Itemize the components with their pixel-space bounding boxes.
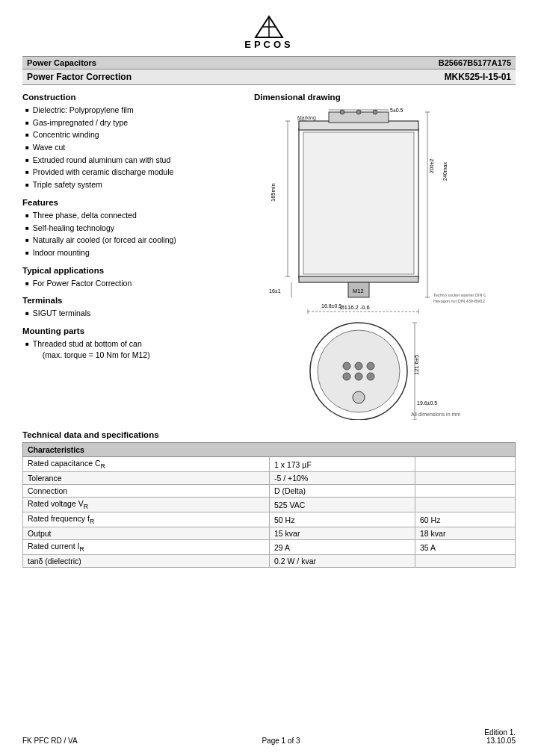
typical-applications-heading: Typical applications: [22, 266, 247, 275]
part-number: B25667B5177A175: [439, 58, 511, 67]
list-item: For Power Factor Correction: [25, 278, 247, 289]
svg-text:200±2: 200±2: [429, 158, 434, 173]
epcos-logo: EPCOS: [244, 15, 294, 50]
features-heading: Features: [22, 198, 247, 207]
svg-point-36: [355, 362, 362, 370]
svg-rect-12: [299, 276, 418, 282]
main-content: Construction Dielectric: Polypropylene f…: [22, 93, 516, 421]
table-row: Rated current IR 29 A 35 A: [23, 540, 516, 555]
epcos-brand-text: EPCOS: [244, 39, 294, 50]
list-item: Wave cut: [25, 142, 247, 153]
list-item: Threaded stud at bottom of can(max. torq…: [25, 338, 247, 360]
svg-point-38: [343, 373, 350, 380]
dim-note: All dimensions in mm: [411, 412, 460, 417]
row-label: Rated capacitance CR: [23, 457, 270, 472]
technical-data-table: Characteristics Rated capacitance CR 1 x…: [22, 442, 516, 568]
table-row: Tolerance -5 / +10%: [23, 472, 516, 485]
svg-text:5±0.5: 5±0.5: [390, 108, 404, 113]
row-col2: 60 Hz: [415, 512, 515, 527]
svg-text:240max: 240max: [442, 162, 448, 181]
epcos-triangle-icon: [254, 15, 284, 39]
table-row: Rated voltage VR 525 VAC: [23, 498, 516, 512]
footer-right: Edition 1. 13.10.05: [484, 728, 516, 745]
svg-text:Ø116.2 -0.6: Ø116.2 -0.6: [340, 304, 370, 311]
features-list: Three phase, delta connected Self-healin…: [22, 210, 247, 258]
list-item: SIGUT terminals: [25, 308, 247, 319]
dimensional-drawing-heading: Dimensional drawing: [254, 93, 516, 102]
list-item: Dielectric: Polypropylene film: [25, 105, 247, 116]
svg-text:165min: 165min: [270, 183, 276, 202]
left-column: Construction Dielectric: Polypropylene f…: [22, 93, 247, 421]
footer-date: 13.10.05: [484, 737, 516, 745]
list-item: Self-healing technology: [25, 223, 247, 234]
svg-point-37: [367, 362, 374, 370]
list-item: Concentric winding: [25, 129, 247, 140]
svg-rect-4: [303, 132, 414, 274]
title-bar-product: Power Factor Correction MKK525-I-15-01: [22, 69, 516, 85]
list-item: Triple safety system: [25, 179, 247, 190]
row-label: Output: [23, 527, 270, 540]
svg-text:19.6±0.5: 19.6±0.5: [417, 400, 437, 406]
footer-edition: Edition 1.: [484, 728, 516, 737]
list-item: Provided with ceramic discharge module: [25, 167, 247, 178]
svg-point-35: [343, 362, 350, 370]
svg-text:16±1: 16±1: [269, 288, 281, 294]
svg-point-8: [356, 110, 361, 114]
terminals-heading: Terminals: [22, 296, 247, 305]
title-bar-category: Power Capacitors B25667B5177A175: [22, 56, 516, 69]
row-col1: 525 VAC: [270, 498, 415, 512]
model-number: MKK525-I-15-01: [445, 72, 511, 82]
row-col2: 35 A: [415, 540, 515, 555]
svg-point-41: [353, 391, 365, 403]
table-row: Rated capacitance CR 1 x 173 µF: [23, 457, 516, 472]
row-col2: [415, 498, 515, 512]
footer: FK PFC RD / VA Page 1 of 3 Edition 1. 13…: [22, 728, 516, 745]
row-col2: [415, 472, 515, 485]
footer-left: FK PFC RD / VA: [22, 737, 78, 745]
row-col1: 1 x 173 µF: [270, 457, 415, 472]
row-col1: 15 kvar: [270, 527, 415, 540]
technical-data-heading: Technical data and specifications: [22, 430, 516, 439]
row-col1: -5 / +10%: [270, 472, 415, 485]
row-col2: [415, 485, 515, 498]
mounting-parts-list: Threaded stud at bottom of can(max. torq…: [22, 338, 247, 360]
row-col2: [415, 555, 515, 568]
row-label: Rated frequency fR: [23, 512, 270, 527]
category-label: Power Capacitors: [27, 58, 96, 67]
row-col1: 0.2 W / kvar: [270, 555, 415, 568]
typical-applications-list: For Power Factor Correction: [22, 278, 247, 289]
row-label: Tolerance: [23, 472, 270, 485]
list-item: Three phase, delta connected: [25, 210, 247, 221]
list-item: Extruded round aluminum can with stud: [25, 155, 247, 166]
mounting-parts-heading: Mounting parts: [22, 326, 247, 335]
footer-page: Page 1 of 3: [78, 737, 485, 745]
list-item: Indoor mounting: [25, 247, 247, 258]
row-col1: D (Delta): [270, 485, 415, 498]
svg-text:16.8±0.5: 16.8±0.5: [321, 303, 341, 309]
table-row: Output 15 kvar 18 kvar: [23, 527, 516, 540]
row-col1: 29 A: [270, 540, 415, 555]
technical-data-section: Technical data and specifications Charac…: [22, 430, 516, 568]
svg-text:M12: M12: [353, 288, 364, 294]
row-col2: [415, 457, 515, 472]
table-row: tanδ (dielectric) 0.2 W / kvar: [23, 555, 516, 568]
dimensional-drawing-svg: Marking M12 165min 200±2 240max: [254, 106, 486, 420]
table-row: Rated frequency fR 50 Hz 60 Hz: [23, 512, 516, 527]
row-label: tanδ (dielectric): [23, 555, 270, 568]
construction-list: Dielectric: Polypropylene film Gas-impre…: [22, 105, 247, 190]
list-item: Gas-impregnated / dry type: [25, 117, 247, 128]
terminals-list: SIGUT terminals: [22, 308, 247, 319]
svg-point-9: [373, 110, 377, 114]
right-column: Dimensional drawing Marking: [254, 93, 516, 421]
table-row: Connection D (Delta): [23, 485, 516, 498]
row-label: Rated voltage VR: [23, 498, 270, 512]
svg-text:Techno socket washer DIN GBT=1: Techno socket washer DIN GBT=13: [433, 293, 486, 297]
svg-text:121.6±5: 121.6±5: [413, 355, 420, 375]
row-label: Rated current IR: [23, 540, 270, 555]
construction-heading: Construction: [22, 93, 247, 102]
row-col2: 18 kvar: [415, 527, 515, 540]
svg-point-39: [355, 373, 362, 380]
svg-text:Hexagon nut DIN 439-BM12: Hexagon nut DIN 439-BM12: [433, 299, 485, 303]
product-line-label: Power Factor Correction: [27, 72, 132, 82]
svg-point-40: [367, 373, 374, 380]
